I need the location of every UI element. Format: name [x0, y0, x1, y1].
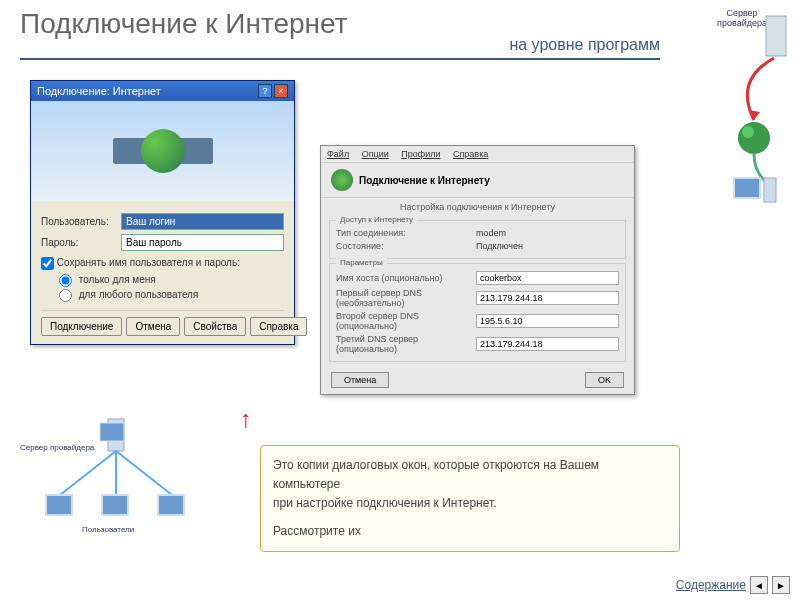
- svg-marker-1: [748, 110, 760, 120]
- help-button[interactable]: Справка: [250, 317, 307, 336]
- dialog-illustration: [31, 101, 294, 201]
- dialog-subheading: Настройка подключения к Интернету: [321, 198, 634, 216]
- connection-dialog: Подключение: Интернет ? × Пользователь: …: [30, 80, 295, 345]
- username-input[interactable]: [121, 213, 284, 230]
- conn-type-label: Тип соединения:: [336, 228, 476, 238]
- explanation-box: Это копии диалоговых окон, которые откро…: [260, 445, 680, 552]
- any-user-radio[interactable]: [59, 289, 72, 302]
- conn-state-value: Подключен: [476, 241, 523, 251]
- properties-button[interactable]: Свойства: [184, 317, 246, 336]
- dialog-titlebar[interactable]: Подключение: Интернет ? ×: [31, 81, 294, 101]
- menu-profiles[interactable]: Профили: [401, 149, 440, 159]
- dialog-title-text: Подключение: Интернет: [37, 85, 161, 97]
- any-user-label: для любого пользователя: [79, 289, 199, 300]
- svg-point-2: [738, 122, 770, 154]
- conn-state-label: Состояние:: [336, 241, 476, 251]
- next-button[interactable]: ►: [772, 576, 790, 594]
- help-titlebar-button[interactable]: ?: [258, 84, 272, 98]
- svg-rect-7: [100, 423, 124, 441]
- menu-options[interactable]: Опции: [362, 149, 389, 159]
- dns3-label: Третий DNS сервер (опционально): [336, 334, 476, 354]
- svg-point-3: [742, 126, 754, 138]
- arrow-up-icon: ↑: [240, 405, 252, 433]
- access-section-title: Доступ к Интернету: [336, 215, 417, 224]
- dns3-input[interactable]: [476, 337, 619, 351]
- save-credentials-checkbox[interactable]: [41, 257, 54, 270]
- explain-line1: Это копии диалоговых окон, которые откро…: [273, 456, 667, 494]
- settings-dialog: Файл Опции Профили Справка Подключение к…: [320, 145, 635, 395]
- server-label: Сервер провайдера: [20, 443, 94, 452]
- prev-button[interactable]: ◄: [750, 576, 768, 594]
- dns2-label: Второй сервер DNS (опционально): [336, 311, 476, 331]
- close-titlebar-button[interactable]: ×: [274, 84, 288, 98]
- menu-help[interactable]: Справка: [453, 149, 488, 159]
- dns2-input[interactable]: [476, 314, 619, 328]
- users-label: Пользователи: [82, 525, 134, 534]
- svg-rect-0: [766, 16, 786, 56]
- svg-rect-5: [764, 178, 776, 202]
- conn-type-value: modem: [476, 228, 506, 238]
- explain-line2: при настройке подключения к Интернет.: [273, 494, 667, 513]
- dialog-heading: Подключение к Интернету: [359, 175, 490, 186]
- svg-rect-11: [46, 495, 72, 515]
- dns1-input[interactable]: [476, 291, 619, 305]
- explain-line3: Рассмотрите их: [273, 522, 667, 541]
- svg-rect-13: [158, 495, 184, 515]
- menu-bar: Файл Опции Профили Справка: [321, 146, 634, 163]
- cancel-button[interactable]: Отмена: [126, 317, 180, 336]
- only-me-radio[interactable]: [59, 274, 72, 287]
- host-label: Имя хоста (опционально): [336, 273, 476, 283]
- save-credentials-label: Сохранять имя пользователя и пароль:: [57, 257, 240, 268]
- header-rule: [20, 58, 660, 60]
- provider-illustration: [704, 10, 794, 210]
- svg-line-8: [60, 451, 116, 495]
- host-input[interactable]: [476, 271, 619, 285]
- connect-button[interactable]: Подключение: [41, 317, 122, 336]
- network-diagram: Сервер провайдера Пользователи: [20, 415, 220, 575]
- username-label: Пользователь:: [41, 216, 121, 227]
- params-section-title: Параметры: [336, 258, 387, 267]
- contents-link[interactable]: Содержание: [676, 578, 746, 592]
- password-input[interactable]: [121, 234, 284, 251]
- footer-nav: Содержание ◄ ►: [676, 576, 790, 594]
- globe-icon: [141, 129, 185, 173]
- only-me-label: только для меня: [79, 274, 156, 285]
- svg-line-10: [116, 451, 172, 495]
- globe-plug-icon: [331, 169, 353, 191]
- header: Подключение к Интернет на уровне програм…: [0, 0, 800, 60]
- dns1-label: Первый сервер DNS (необязательно): [336, 288, 476, 308]
- settings-ok-button[interactable]: OK: [585, 372, 624, 388]
- svg-rect-12: [102, 495, 128, 515]
- svg-rect-4: [734, 178, 760, 198]
- settings-cancel-button[interactable]: Отмена: [331, 372, 389, 388]
- password-label: Пароль:: [41, 237, 121, 248]
- menu-file[interactable]: Файл: [327, 149, 349, 159]
